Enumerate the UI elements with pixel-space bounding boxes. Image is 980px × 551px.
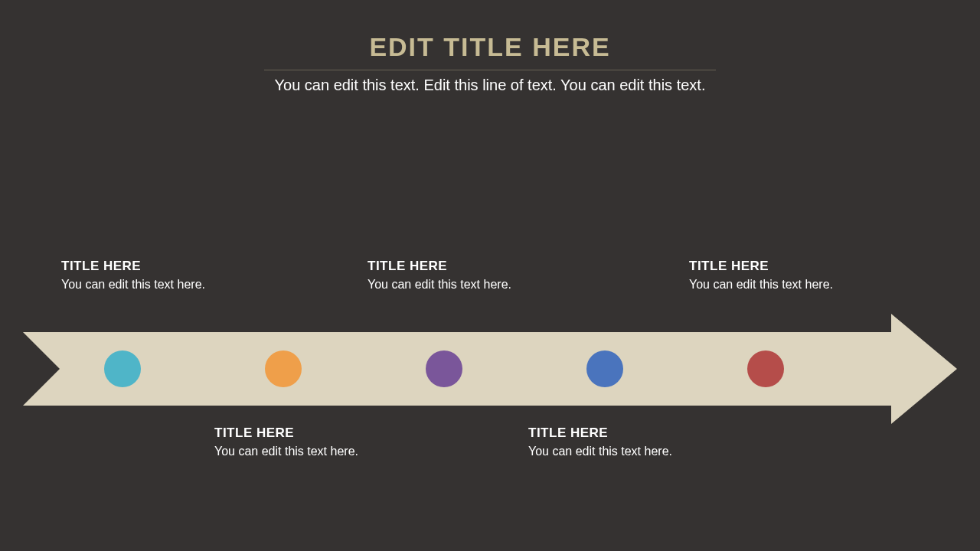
- timeline-step-5[interactable]: TITLE HERE You can edit this text here.: [689, 259, 835, 292]
- timeline-step-4[interactable]: TITLE HERE You can edit this text here.: [528, 425, 674, 459]
- timeline-step-1[interactable]: TITLE HERE You can edit this text here.: [61, 259, 207, 292]
- timeline-step-3[interactable]: TITLE HERE You can edit this text here.: [368, 259, 513, 292]
- timeline-dot-1[interactable]: [104, 350, 141, 387]
- slide-title[interactable]: EDIT TITLE HERE: [0, 32, 980, 62]
- timeline-dot-2[interactable]: [265, 350, 302, 387]
- step-body[interactable]: You can edit this text here.: [528, 444, 674, 459]
- arrow-shape[interactable]: [23, 332, 957, 406]
- step-title[interactable]: TITLE HERE: [214, 425, 360, 441]
- timeline-step-2[interactable]: TITLE HERE You can edit this text here.: [214, 425, 360, 459]
- timeline-dot-3[interactable]: [426, 350, 462, 387]
- title-divider: [264, 70, 716, 70]
- step-body[interactable]: You can edit this text here.: [689, 277, 835, 292]
- timeline-arrow: [23, 332, 957, 406]
- slide-subtitle[interactable]: You can edit this text. Edit this line o…: [0, 77, 980, 94]
- step-title[interactable]: TITLE HERE: [368, 259, 513, 274]
- step-body[interactable]: You can edit this text here.: [61, 277, 207, 292]
- step-body[interactable]: You can edit this text here.: [368, 277, 513, 292]
- step-title[interactable]: TITLE HERE: [61, 259, 207, 274]
- step-title[interactable]: TITLE HERE: [689, 259, 835, 274]
- timeline-dot-4[interactable]: [586, 350, 623, 387]
- step-title[interactable]: TITLE HERE: [528, 425, 674, 441]
- timeline-dot-5[interactable]: [747, 350, 784, 387]
- step-body[interactable]: You can edit this text here.: [214, 444, 360, 459]
- arrow-polygon: [23, 314, 957, 424]
